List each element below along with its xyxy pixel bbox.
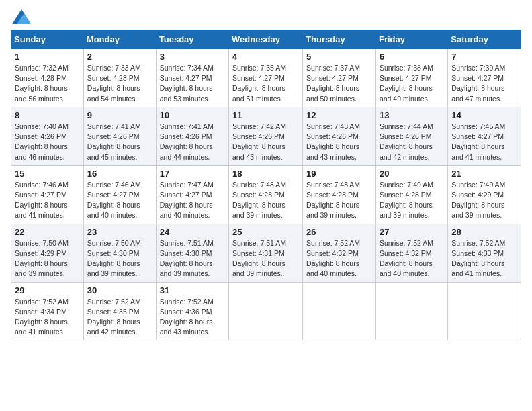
day-number: 24 xyxy=(160,227,225,237)
logo xyxy=(11,11,31,23)
day-number: 18 xyxy=(232,169,299,179)
calendar-week-row: 8 Sunrise: 7:40 AMSunset: 4:26 PMDayligh… xyxy=(11,107,521,165)
calendar-cell xyxy=(375,282,447,340)
day-info: Sunrise: 7:52 AMSunset: 4:35 PMDaylight:… xyxy=(87,298,141,336)
day-info: Sunrise: 7:52 AMSunset: 4:32 PMDaylight:… xyxy=(380,239,433,278)
day-info: Sunrise: 7:41 AMSunset: 4:26 PMDaylight:… xyxy=(160,122,214,161)
day-info: Sunrise: 7:37 AMSunset: 4:27 PMDaylight:… xyxy=(306,64,360,103)
calendar-cell: 15 Sunrise: 7:46 AMSunset: 4:27 PMDaylig… xyxy=(11,165,84,224)
day-info: Sunrise: 7:38 AMSunset: 4:27 PMDaylight:… xyxy=(380,64,433,103)
calendar-week-row: 22 Sunrise: 7:50 AMSunset: 4:29 PMDaylig… xyxy=(11,224,521,282)
calendar-cell: 6 Sunrise: 7:38 AMSunset: 4:27 PMDayligh… xyxy=(375,49,447,107)
day-number: 9 xyxy=(87,110,152,120)
day-info: Sunrise: 7:49 AMSunset: 4:28 PMDaylight:… xyxy=(380,181,433,220)
day-header-thursday: Thursday xyxy=(303,30,376,49)
calendar-cell: 7 Sunrise: 7:39 AMSunset: 4:27 PMDayligh… xyxy=(448,49,521,107)
day-info: Sunrise: 7:51 AMSunset: 4:31 PMDaylight:… xyxy=(232,239,286,278)
calendar-cell xyxy=(448,282,521,340)
calendar-cell: 18 Sunrise: 7:48 AMSunset: 4:28 PMDaylig… xyxy=(229,165,303,224)
calendar-cell: 27 Sunrise: 7:52 AMSunset: 4:32 PMDaylig… xyxy=(375,224,447,282)
day-info: Sunrise: 7:42 AMSunset: 4:26 PMDaylight:… xyxy=(232,122,286,161)
day-number: 31 xyxy=(160,285,225,295)
calendar-cell: 23 Sunrise: 7:50 AMSunset: 4:30 PMDaylig… xyxy=(83,224,156,282)
day-header-sunday: Sunday xyxy=(11,30,84,49)
day-number: 8 xyxy=(15,110,80,120)
day-number: 27 xyxy=(380,227,444,237)
calendar-cell: 1 Sunrise: 7:32 AMSunset: 4:28 PMDayligh… xyxy=(11,49,84,107)
calendar-cell: 10 Sunrise: 7:41 AMSunset: 4:26 PMDaylig… xyxy=(156,107,228,165)
calendar-cell: 14 Sunrise: 7:45 AMSunset: 4:27 PMDaylig… xyxy=(448,107,521,165)
calendar-cell: 30 Sunrise: 7:52 AMSunset: 4:35 PMDaylig… xyxy=(83,282,156,340)
day-number: 22 xyxy=(15,227,80,237)
calendar-cell: 2 Sunrise: 7:33 AMSunset: 4:28 PMDayligh… xyxy=(83,49,156,107)
day-number: 19 xyxy=(306,169,372,179)
calendar-cell: 19 Sunrise: 7:48 AMSunset: 4:28 PMDaylig… xyxy=(303,165,376,224)
day-number: 6 xyxy=(380,52,444,62)
day-info: Sunrise: 7:32 AMSunset: 4:28 PMDaylight:… xyxy=(15,64,69,103)
calendar-cell: 12 Sunrise: 7:43 AMSunset: 4:26 PMDaylig… xyxy=(303,107,376,165)
page-header xyxy=(11,11,521,23)
day-number: 17 xyxy=(160,169,225,179)
day-number: 20 xyxy=(380,169,444,179)
day-number: 29 xyxy=(15,285,80,295)
calendar-cell xyxy=(303,282,376,340)
calendar-cell xyxy=(229,282,303,340)
day-info: Sunrise: 7:49 AMSunset: 4:29 PMDaylight:… xyxy=(451,181,505,220)
day-info: Sunrise: 7:44 AMSunset: 4:26 PMDaylight:… xyxy=(380,122,433,161)
day-number: 14 xyxy=(451,110,517,120)
day-info: Sunrise: 7:52 AMSunset: 4:33 PMDaylight:… xyxy=(451,239,505,278)
day-number: 26 xyxy=(306,227,372,237)
logo-icon xyxy=(12,9,31,24)
day-info: Sunrise: 7:48 AMSunset: 4:28 PMDaylight:… xyxy=(232,181,286,220)
day-number: 10 xyxy=(160,110,225,120)
calendar-week-row: 15 Sunrise: 7:46 AMSunset: 4:27 PMDaylig… xyxy=(11,165,521,224)
calendar-cell: 17 Sunrise: 7:47 AMSunset: 4:27 PMDaylig… xyxy=(156,165,228,224)
calendar-cell: 31 Sunrise: 7:52 AMSunset: 4:36 PMDaylig… xyxy=(156,282,228,340)
calendar-cell: 25 Sunrise: 7:51 AMSunset: 4:31 PMDaylig… xyxy=(229,224,303,282)
day-info: Sunrise: 7:39 AMSunset: 4:27 PMDaylight:… xyxy=(451,64,505,103)
calendar-cell: 28 Sunrise: 7:52 AMSunset: 4:33 PMDaylig… xyxy=(448,224,521,282)
day-info: Sunrise: 7:40 AMSunset: 4:26 PMDaylight:… xyxy=(15,122,69,161)
calendar-cell: 26 Sunrise: 7:52 AMSunset: 4:32 PMDaylig… xyxy=(303,224,376,282)
day-number: 16 xyxy=(87,169,152,179)
day-info: Sunrise: 7:46 AMSunset: 4:27 PMDaylight:… xyxy=(15,181,69,220)
calendar-cell: 20 Sunrise: 7:49 AMSunset: 4:28 PMDaylig… xyxy=(375,165,447,224)
day-number: 3 xyxy=(160,52,225,62)
day-number: 2 xyxy=(87,52,152,62)
calendar-cell: 8 Sunrise: 7:40 AMSunset: 4:26 PMDayligh… xyxy=(11,107,84,165)
calendar-cell: 4 Sunrise: 7:35 AMSunset: 4:27 PMDayligh… xyxy=(229,49,303,107)
day-number: 13 xyxy=(380,110,444,120)
day-info: Sunrise: 7:41 AMSunset: 4:26 PMDaylight:… xyxy=(87,122,141,161)
day-info: Sunrise: 7:43 AMSunset: 4:26 PMDaylight:… xyxy=(306,122,360,161)
day-number: 7 xyxy=(451,52,517,62)
calendar-cell: 11 Sunrise: 7:42 AMSunset: 4:26 PMDaylig… xyxy=(229,107,303,165)
day-number: 25 xyxy=(232,227,299,237)
day-number: 15 xyxy=(15,169,80,179)
calendar-header-row: SundayMondayTuesdayWednesdayThursdayFrid… xyxy=(11,30,521,49)
calendar-table: SundayMondayTuesdayWednesdayThursdayFrid… xyxy=(11,30,521,340)
day-info: Sunrise: 7:50 AMSunset: 4:29 PMDaylight:… xyxy=(15,239,69,278)
day-number: 12 xyxy=(306,110,372,120)
calendar-week-row: 1 Sunrise: 7:32 AMSunset: 4:28 PMDayligh… xyxy=(11,49,521,107)
day-header-saturday: Saturday xyxy=(448,30,521,49)
day-info: Sunrise: 7:52 AMSunset: 4:32 PMDaylight:… xyxy=(306,239,360,278)
calendar-cell: 9 Sunrise: 7:41 AMSunset: 4:26 PMDayligh… xyxy=(83,107,156,165)
day-header-monday: Monday xyxy=(83,30,156,49)
calendar-cell: 21 Sunrise: 7:49 AMSunset: 4:29 PMDaylig… xyxy=(448,165,521,224)
day-info: Sunrise: 7:35 AMSunset: 4:27 PMDaylight:… xyxy=(232,64,286,103)
day-info: Sunrise: 7:51 AMSunset: 4:30 PMDaylight:… xyxy=(160,239,214,278)
calendar-cell: 5 Sunrise: 7:37 AMSunset: 4:27 PMDayligh… xyxy=(303,49,376,107)
day-number: 23 xyxy=(87,227,152,237)
day-number: 5 xyxy=(306,52,372,62)
day-number: 28 xyxy=(451,227,517,237)
day-info: Sunrise: 7:47 AMSunset: 4:27 PMDaylight:… xyxy=(160,181,214,220)
day-info: Sunrise: 7:48 AMSunset: 4:28 PMDaylight:… xyxy=(306,181,360,220)
calendar-cell: 24 Sunrise: 7:51 AMSunset: 4:30 PMDaylig… xyxy=(156,224,228,282)
calendar-week-row: 29 Sunrise: 7:52 AMSunset: 4:34 PMDaylig… xyxy=(11,282,521,340)
day-number: 21 xyxy=(451,169,517,179)
day-header-friday: Friday xyxy=(375,30,447,49)
day-header-tuesday: Tuesday xyxy=(156,30,228,49)
calendar-cell: 22 Sunrise: 7:50 AMSunset: 4:29 PMDaylig… xyxy=(11,224,84,282)
calendar-cell: 3 Sunrise: 7:34 AMSunset: 4:27 PMDayligh… xyxy=(156,49,228,107)
day-info: Sunrise: 7:52 AMSunset: 4:34 PMDaylight:… xyxy=(15,298,69,336)
